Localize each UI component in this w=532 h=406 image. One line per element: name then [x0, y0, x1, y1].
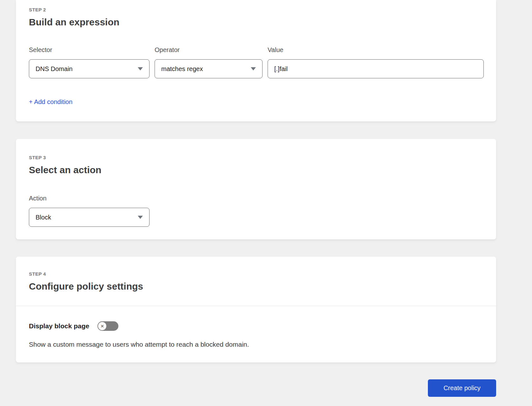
- step2-title: Build an expression: [29, 17, 484, 28]
- expression-fields-row: Selector DNS Domain Operator matches reg…: [29, 46, 484, 78]
- action-dropdown-value: Block: [36, 214, 51, 221]
- chevron-down-icon: [251, 67, 256, 70]
- action-dropdown[interactable]: Block: [29, 208, 150, 227]
- block-page-toggle[interactable]: ✕: [97, 321, 118, 331]
- selector-field: Selector DNS Domain: [29, 46, 150, 78]
- step4-title: Configure policy settings: [29, 281, 484, 292]
- step3-title: Select an action: [29, 165, 484, 175]
- step2-card: STEP 2 Build an expression Selector DNS …: [16, 0, 496, 121]
- create-policy-button[interactable]: Create policy: [428, 379, 496, 397]
- step4-eyebrow: STEP 4: [29, 271, 484, 277]
- chevron-down-icon: [138, 216, 143, 219]
- block-page-toggle-row: Display block page ✕: [29, 321, 484, 331]
- selector-dropdown[interactable]: DNS Domain: [29, 59, 150, 78]
- action-field: Action Block: [29, 175, 150, 227]
- selector-dropdown-value: DNS Domain: [36, 65, 73, 73]
- value-input[interactable]: [268, 59, 484, 78]
- action-label: Action: [29, 194, 150, 202]
- footer-actions: Create policy: [16, 379, 496, 397]
- operator-dropdown-value: matches regex: [161, 65, 203, 73]
- section-divider: [16, 306, 496, 306]
- value-field: Value: [268, 46, 484, 78]
- value-label: Value: [268, 46, 484, 54]
- add-condition-link[interactable]: + Add condition: [29, 98, 72, 106]
- operator-field: Operator matches regex: [155, 46, 263, 78]
- operator-dropdown[interactable]: matches regex: [155, 59, 263, 78]
- toggle-off-x-icon: ✕: [98, 322, 106, 330]
- selector-label: Selector: [29, 46, 150, 54]
- step3-card: STEP 3 Select an action Action Block: [16, 139, 496, 239]
- step2-eyebrow: STEP 2: [29, 7, 484, 12]
- dns-policy-builder-page: STEP 2 Build an expression Selector DNS …: [0, 0, 532, 397]
- operator-label: Operator: [155, 46, 263, 54]
- step4-card: STEP 4 Configure policy settings Display…: [16, 257, 496, 363]
- block-page-toggle-label: Display block page: [29, 322, 89, 330]
- chevron-down-icon: [138, 67, 143, 70]
- block-page-description: Show a custom message to users who attem…: [29, 340, 484, 349]
- step3-eyebrow: STEP 3: [29, 155, 484, 160]
